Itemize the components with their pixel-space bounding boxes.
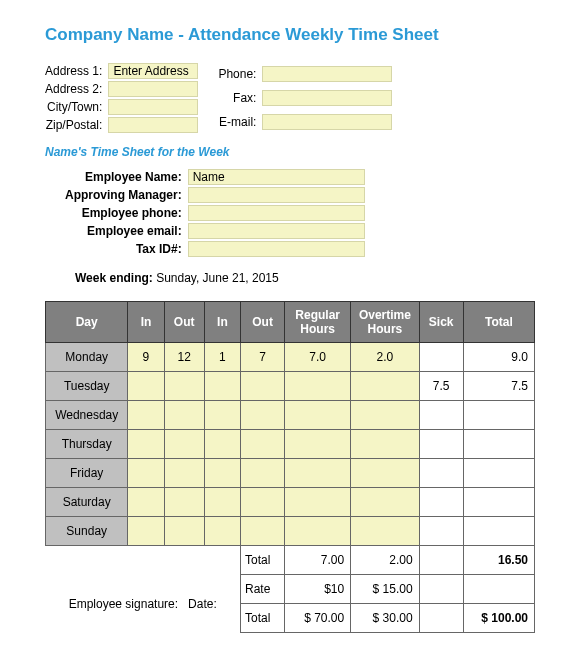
cell-overtime[interactable] [351,430,419,459]
cell-in1[interactable] [128,488,164,517]
cell-regular[interactable] [285,517,351,546]
manager-input[interactable] [188,187,365,203]
cell-total: 7.5 [463,372,534,401]
cell-in2[interactable] [204,517,240,546]
cell-in2[interactable] [204,430,240,459]
company-header: Address 1: Enter Address Address 2: City… [45,63,535,133]
cell-overtime[interactable] [351,459,419,488]
table-row: Friday [46,459,535,488]
th-out2: Out [240,302,284,343]
timesheet-table: Day In Out In Out Regular Hours Overtime… [45,301,535,633]
cell-in1[interactable] [128,401,164,430]
cell-regular[interactable] [285,488,351,517]
fax-label: Fax: [218,91,256,105]
cell-overtime[interactable] [351,517,419,546]
employee-phone-input[interactable] [188,205,365,221]
cell-regular[interactable] [285,401,351,430]
cell-in2[interactable] [204,488,240,517]
th-day: Day [46,302,128,343]
summary-rate-row: Employee signature: Date: Rate $10 $ 15.… [46,575,535,604]
summary-grand-total: $ 100.00 [463,604,534,633]
summary-grand-label: Total [240,604,284,633]
cell-in1[interactable] [128,430,164,459]
employee-email-input[interactable] [188,223,365,239]
summary-rate-total [463,575,534,604]
cell-sick[interactable] [419,459,463,488]
cell-day: Saturday [46,488,128,517]
table-row: Thursday [46,430,535,459]
cell-overtime[interactable]: 2.0 [351,343,419,372]
th-regular: Regular Hours [285,302,351,343]
cell-out1[interactable] [164,488,204,517]
th-in1: In [128,302,164,343]
city-input[interactable] [108,99,198,115]
cell-out1[interactable] [164,459,204,488]
phone-input[interactable] [262,66,392,82]
cell-out2[interactable] [240,372,284,401]
cell-out2[interactable] [240,517,284,546]
cell-regular[interactable]: 7.0 [285,343,351,372]
week-ending-label: Week ending: [75,271,153,285]
cell-in1[interactable] [128,372,164,401]
summary-total-total: 16.50 [463,546,534,575]
week-ending: Week ending: Sunday, June 21, 2015 [75,271,535,285]
cell-out1[interactable] [164,430,204,459]
phone-label: Phone: [218,67,256,81]
cell-overtime[interactable] [351,488,419,517]
city-label: City/Town: [45,100,102,114]
table-row: Tuesday7.57.5 [46,372,535,401]
cell-out1[interactable] [164,517,204,546]
cell-sick[interactable] [419,517,463,546]
summary-rate-overtime: $ 15.00 [351,575,419,604]
cell-in1[interactable] [128,517,164,546]
cell-out2[interactable] [240,401,284,430]
cell-regular[interactable] [285,430,351,459]
th-out1: Out [164,302,204,343]
email-label: E-mail: [218,115,256,129]
tax-id-label: Tax ID#: [65,242,182,256]
cell-in1[interactable] [128,459,164,488]
cell-out1[interactable]: 12 [164,343,204,372]
tax-id-input[interactable] [188,241,365,257]
company-contact-col: Phone: Fax: E-mail: [218,63,392,133]
zip-input[interactable] [108,117,198,133]
cell-overtime[interactable] [351,372,419,401]
cell-in1[interactable]: 9 [128,343,164,372]
cell-day: Friday [46,459,128,488]
cell-total [463,401,534,430]
fax-input[interactable] [262,90,392,106]
cell-sick[interactable] [419,401,463,430]
th-in2: In [204,302,240,343]
cell-total [463,488,534,517]
cell-regular[interactable] [285,459,351,488]
cell-day: Thursday [46,430,128,459]
summary-total-label: Total [240,546,284,575]
email-input[interactable] [262,114,392,130]
cell-sick[interactable] [419,343,463,372]
cell-in2[interactable] [204,459,240,488]
cell-day: Sunday [46,517,128,546]
cell-out2[interactable] [240,459,284,488]
cell-out2[interactable] [240,488,284,517]
employee-name-label: Employee Name: [65,170,182,184]
cell-out1[interactable] [164,401,204,430]
summary-rate-sick [419,575,463,604]
cell-in2[interactable] [204,401,240,430]
address1-input[interactable]: Enter Address [108,63,198,79]
cell-out1[interactable] [164,372,204,401]
th-total: Total [463,302,534,343]
th-sick: Sick [419,302,463,343]
page-title: Company Name - Attendance Weekly Time Sh… [45,25,535,45]
address2-input[interactable] [108,81,198,97]
employee-phone-label: Employee phone: [65,206,182,220]
cell-out2[interactable] [240,430,284,459]
cell-sick[interactable] [419,430,463,459]
cell-sick[interactable] [419,488,463,517]
cell-overtime[interactable] [351,401,419,430]
cell-in2[interactable] [204,372,240,401]
cell-sick[interactable]: 7.5 [419,372,463,401]
cell-regular[interactable] [285,372,351,401]
cell-in2[interactable]: 1 [204,343,240,372]
cell-out2[interactable]: 7 [240,343,284,372]
employee-name-input[interactable]: Name [188,169,365,185]
